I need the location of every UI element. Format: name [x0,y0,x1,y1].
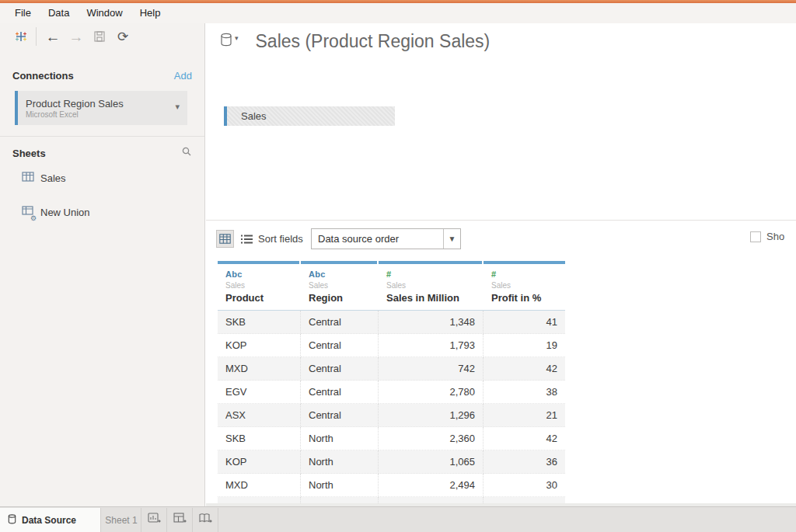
table-cell: Central [301,404,379,427]
table-row: SKBCentral1,34841 [218,311,565,334]
column-accent-bar [218,261,299,264]
sidebar-item-sales-sheet[interactable]: Sales [22,171,192,185]
add-connection-link[interactable]: Add [174,70,192,82]
column-accent-bar [379,261,482,264]
chip-label: Sales [241,110,267,122]
table-cell: 42 [484,427,565,450]
column-accent-bar [301,261,377,264]
new-dashboard-icon [173,513,187,527]
new-worksheet-icon [148,513,161,527]
search-icon[interactable] [181,146,192,160]
table-cell: SKB [218,427,301,450]
redo-icon[interactable]: → [65,26,88,47]
connection-card[interactable]: Product Region Sales Microsoft Excel ▾ [15,91,187,125]
column-header-sales-in-million[interactable]: #SalesSales in Million [379,261,484,310]
table-cell: 1,296 [379,404,484,427]
table-cell: 41 [484,311,565,334]
field-type-icon: Abc [225,269,301,279]
list-view-button[interactable] [238,230,256,248]
table-row: KOPCentral1,79319 [218,334,565,357]
menu-data[interactable]: Data [40,3,78,23]
field-name-label: Region [309,292,379,304]
table-row: EGVCentral2,78038 [218,381,565,404]
tab-sheet-1-label: Sheet 1 [105,515,137,526]
bottom-tab-bar: Data Source Sheet 1 [0,506,796,532]
table-cell: 742 [379,357,484,381]
chip-accent-bar [224,106,227,126]
connection-subtitle: Microsoft Excel [26,110,187,119]
sheets-title: Sheets [12,148,46,159]
sort-order-dropdown[interactable]: Data source order ▼ [311,228,461,249]
connection-accent-bar [15,91,18,125]
menu-window[interactable]: Window [78,3,131,23]
table-cell: 2,360 [379,427,484,450]
table-cell: 1,090 [379,497,484,503]
toolbar: ← → ⟳ [0,23,204,50]
new-story-button[interactable] [194,508,218,532]
save-icon[interactable] [88,26,111,47]
database-caret-icon[interactable]: ▾ [235,34,239,42]
field-name-label: Profit in % [491,292,565,304]
table-cell: ASX [218,404,301,427]
new-union-icon: ⚙ [22,205,34,219]
database-icon[interactable] [220,33,232,50]
table-cell: North [301,497,379,503]
grid-view-button[interactable] [216,230,234,248]
sales-table-chip[interactable]: Sales [224,106,395,126]
table-row: KOPNorth1,06536 [218,450,565,474]
sort-order-value: Data source order [312,233,443,245]
field-type-icon: # [386,269,484,279]
field-name-label: Product [225,292,301,304]
table-row: EGVNorth1,09034 [218,497,565,503]
table-sheet-icon [22,171,34,185]
field-type-icon: Abc [309,269,379,279]
tableau-logo-icon[interactable] [9,26,33,47]
column-header-product[interactable]: AbcSalesProduct [218,261,301,310]
table-cell: 1,793 [379,334,484,357]
sidebar-divider [0,136,204,137]
sidebar-item-new-union[interactable]: ⚙ New Union [22,205,192,219]
menubar: File Data Window Help [0,3,796,23]
table-cell: MXD [218,357,301,381]
undo-icon[interactable]: ← [41,26,65,47]
grid-body: SKBCentral1,34841KOPCentral1,79319MXDCen… [218,311,565,503]
table-cell: KOP [218,334,301,357]
new-worksheet-button[interactable] [142,508,167,532]
left-pane: ← → ⟳ Connections Add Product Region Sal… [0,23,205,506]
datasource-header: ▾ Sales (Product Region Sales) [220,33,490,52]
table-cell: Central [301,357,379,381]
table-cell: 2,494 [379,474,484,497]
table-cell: 21 [484,404,565,427]
menu-file[interactable]: File [6,3,40,23]
datasource-title[interactable]: Sales (Product Region Sales) [256,31,491,52]
new-dashboard-button[interactable] [168,508,193,532]
connection-caret-icon[interactable]: ▾ [175,102,180,112]
show-checkbox[interactable] [750,231,761,242]
column-header-region[interactable]: AbcSalesRegion [301,261,379,310]
field-source-label: Sales [309,281,379,290]
sheet-item-label: New Union [40,207,90,218]
table-cell: 38 [484,381,565,404]
menu-help[interactable]: Help [131,3,169,23]
refresh-icon[interactable]: ⟳ [111,26,134,47]
tab-data-source[interactable]: Data Source [0,508,101,532]
tab-sheet-1[interactable]: Sheet 1 [102,508,141,532]
table-cell: 34 [484,497,565,503]
table-cell: MXD [218,474,301,497]
toolbar-divider [36,27,37,46]
table-row: MXDNorth2,49430 [218,474,565,497]
table-cell: 42 [484,357,565,381]
table-row: MXDCentral74242 [218,357,565,381]
table-cell: 1,348 [379,311,484,334]
dropdown-caret-box[interactable]: ▼ [443,229,460,249]
connection-name: Product Region Sales [26,98,187,110]
connections-title: Connections [12,70,74,82]
sort-fields-label: Sort fields [258,233,303,245]
data-grid: AbcSalesProductAbcSalesRegion#SalesSales… [218,261,565,503]
column-header-profit-in-[interactable]: #SalesProfit in % [484,261,565,310]
field-source-label: Sales [386,281,484,290]
table-row: SKBNorth2,36042 [218,427,565,450]
table-row: ASXCentral1,29621 [218,404,565,427]
tab-data-source-label: Data Source [22,515,76,526]
connections-header: Connections Add [12,70,192,82]
